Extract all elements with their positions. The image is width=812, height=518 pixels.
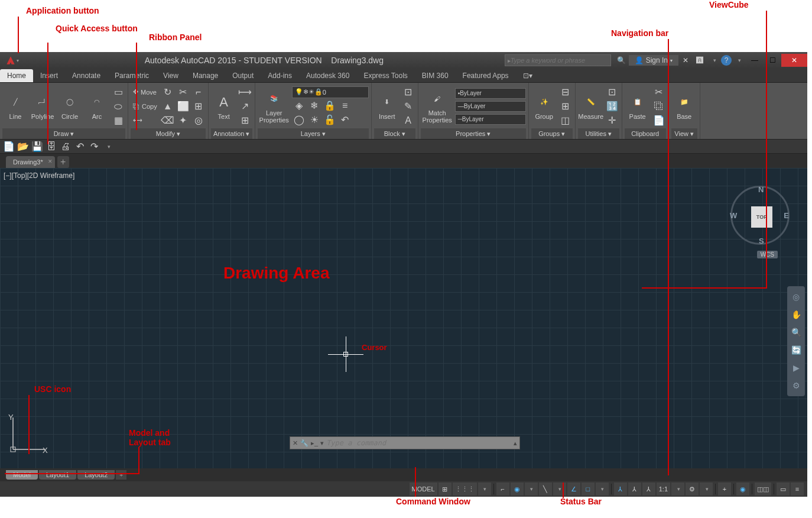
ribbon-tab-featured[interactable]: Featured Apps bbox=[456, 69, 516, 82]
help-menu[interactable] bbox=[732, 53, 746, 67]
ribbon-tab-output[interactable]: Output bbox=[225, 69, 261, 82]
paste-special-icon[interactable]: 📄 bbox=[652, 114, 666, 127]
workspace-icon[interactable]: ⚙ bbox=[686, 483, 699, 496]
isodraft-icon[interactable]: ╲ bbox=[539, 483, 552, 496]
match-props-button[interactable]: 🖌Match Properties bbox=[421, 85, 454, 128]
dim-linear-icon[interactable]: ⟼ bbox=[238, 86, 252, 99]
new-icon[interactable]: 📄 bbox=[4, 141, 14, 152]
cut-icon[interactable]: ✂ bbox=[652, 86, 666, 99]
sign-in-button[interactable]: 👤 Sign In ▾ bbox=[629, 55, 678, 66]
ortho-icon[interactable]: ⌐ bbox=[496, 483, 509, 496]
scale-icon[interactable]: ⬜ bbox=[176, 100, 190, 113]
ribbon-tab-annotate[interactable]: Annotate bbox=[65, 69, 108, 82]
linetype-combo[interactable]: ─ ByLayer bbox=[455, 114, 526, 125]
a360-icon[interactable]: 🅰 bbox=[693, 53, 707, 67]
layer-unlock-icon[interactable]: 🔓 bbox=[323, 114, 337, 127]
paste-button[interactable]: 📋Paste bbox=[625, 85, 651, 128]
orbit-icon[interactable]: 🔄 bbox=[789, 343, 803, 357]
isolate-icon[interactable]: ◫◫ bbox=[755, 483, 771, 496]
scale-button[interactable]: 1:1 bbox=[657, 483, 670, 496]
a360-menu[interactable] bbox=[707, 53, 721, 67]
circle-button[interactable]: ◯Circle bbox=[57, 85, 83, 128]
clean-screen-icon[interactable]: ▭ bbox=[777, 483, 790, 496]
layer-match-icon[interactable]: ≡ bbox=[338, 99, 352, 112]
layout-tab-add-button[interactable]: + bbox=[116, 470, 126, 480]
command-line[interactable]: ✕ 🔧 ▸_ ▾ ▴ bbox=[290, 436, 520, 449]
layout-tab-model[interactable]: Model bbox=[6, 470, 38, 480]
minimize-button[interactable]: — bbox=[746, 54, 764, 67]
application-button[interactable]: ▾ bbox=[0, 52, 24, 69]
osnap-menu[interactable] bbox=[596, 483, 609, 496]
zoom-extents-icon[interactable]: 🔍 bbox=[789, 325, 803, 339]
search-input[interactable] bbox=[511, 57, 608, 64]
layer-prev-icon[interactable]: ↶ bbox=[338, 114, 352, 127]
scale-menu[interactable] bbox=[671, 483, 684, 496]
annotation-visibility-icon[interactable]: ⅄ bbox=[614, 483, 627, 496]
workspace-menu[interactable] bbox=[700, 483, 713, 496]
array-icon[interactable]: ⊞ bbox=[191, 100, 206, 113]
ribbon-expand-icon[interactable]: ⊡▾ bbox=[516, 69, 540, 82]
autoscale-icon[interactable]: ⅄ bbox=[628, 483, 641, 496]
explode-icon[interactable]: ✦ bbox=[176, 114, 190, 127]
close-button[interactable]: ✕ bbox=[781, 54, 807, 67]
polar-icon[interactable]: ◉ bbox=[511, 483, 524, 496]
ribbon-tab-view[interactable]: View bbox=[156, 69, 186, 82]
ribbon-tab-manage[interactable]: Manage bbox=[186, 69, 225, 82]
save-icon[interactable]: 💾 bbox=[32, 141, 43, 152]
hardware-accel-icon[interactable]: ◉ bbox=[736, 483, 749, 496]
erase-icon[interactable]: ⌫ bbox=[161, 114, 175, 127]
ribbon-tab-addins[interactable]: Add-ins bbox=[261, 69, 299, 82]
viewcube-ring[interactable]: N S E W TOP bbox=[730, 186, 790, 245]
isodraft-menu[interactable] bbox=[553, 483, 566, 496]
offset-icon[interactable]: ◎ bbox=[191, 114, 206, 127]
help-icon[interactable]: ? bbox=[721, 55, 732, 66]
group-select-icon[interactable]: ◫ bbox=[558, 114, 573, 127]
layout-tab-layout2[interactable]: Layout2 bbox=[77, 470, 115, 480]
model-space-button[interactable]: MODEL bbox=[410, 483, 437, 496]
compass-e[interactable]: E bbox=[784, 211, 789, 220]
cmd-wrench-icon[interactable]: 🔧 bbox=[300, 439, 308, 447]
ribbon-tab-insert[interactable]: Insert bbox=[33, 69, 65, 82]
cmd-recent-icon[interactable]: ▾ bbox=[320, 439, 324, 447]
layer-thaw-icon[interactable]: ☀ bbox=[307, 114, 321, 127]
color-combo[interactable]: ▪ ByLayer bbox=[455, 88, 526, 99]
layer-combo[interactable]: 💡❄☀🔒 0 bbox=[292, 86, 369, 98]
leader-icon[interactable]: ↗ bbox=[238, 100, 252, 113]
redo-icon[interactable]: ↷ bbox=[89, 141, 99, 152]
wcs-label[interactable]: WCS bbox=[757, 251, 778, 258]
customize-icon[interactable]: ≡ bbox=[791, 483, 804, 496]
layer-off-icon[interactable]: ◯ bbox=[292, 114, 306, 127]
ribbon-tab-home[interactable]: Home bbox=[0, 69, 33, 82]
pan-icon[interactable]: ✋ bbox=[789, 307, 803, 322]
lineweight-combo[interactable]: — ByLayer bbox=[455, 101, 526, 112]
select-all-icon[interactable]: ⊡ bbox=[605, 86, 619, 99]
polar-menu[interactable] bbox=[525, 483, 538, 496]
measure-button[interactable]: 📏Measure bbox=[578, 85, 604, 128]
snap-icon[interactable]: ⋮⋮⋮ bbox=[453, 483, 477, 496]
file-tab-add-button[interactable]: + bbox=[57, 156, 69, 168]
base-button[interactable]: 📁Base bbox=[671, 85, 697, 128]
point-icon[interactable]: ✛ bbox=[605, 114, 619, 127]
line-button[interactable]: ╱Line bbox=[2, 85, 28, 128]
ribbon-tab-express[interactable]: Express Tools bbox=[356, 69, 414, 82]
anno-scale-icon[interactable]: ⅄ bbox=[642, 483, 655, 496]
qa-menu[interactable] bbox=[103, 141, 113, 152]
ribbon-tab-parametric[interactable]: Parametric bbox=[108, 69, 156, 82]
viewcube[interactable]: N S E W TOP bbox=[730, 186, 790, 245]
layer-props-button[interactable]: 📚Layer Properties bbox=[258, 85, 291, 128]
rotate-icon[interactable]: ↻ bbox=[161, 86, 175, 99]
layer-iso-icon[interactable]: ◈ bbox=[292, 99, 306, 112]
insert-button[interactable]: ⬇Insert bbox=[374, 85, 400, 128]
hatch-icon[interactable]: ▦ bbox=[111, 114, 125, 127]
group-button[interactable]: ✨Group bbox=[531, 85, 557, 128]
compass-w[interactable]: W bbox=[730, 211, 737, 220]
trim-icon[interactable]: ✂ bbox=[176, 86, 190, 99]
search-box[interactable]: ▸ bbox=[505, 54, 611, 66]
showmotion-icon[interactable]: ▶ bbox=[789, 361, 803, 375]
viewcube-top-face[interactable]: TOP bbox=[751, 206, 772, 228]
exchange-icon[interactable]: ✕ bbox=[678, 53, 693, 67]
table-icon[interactable]: ⊞ bbox=[238, 114, 252, 127]
open-icon[interactable]: 📂 bbox=[18, 141, 28, 152]
layer-freeze-icon[interactable]: ❄ bbox=[307, 99, 321, 112]
ribbon-tab-autodesk360[interactable]: Autodesk 360 bbox=[299, 69, 356, 82]
